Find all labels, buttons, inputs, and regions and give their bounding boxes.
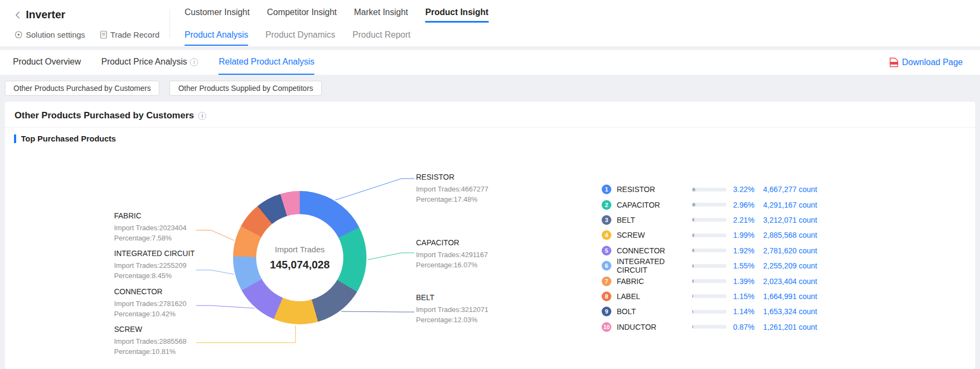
document-icon [100, 31, 107, 39]
trade-count: 2,885,568 count [763, 231, 838, 239]
donut-label-screw: SCREW Import Trades:2885568 Percentage:1… [114, 324, 186, 357]
share-percent: 2.21% [730, 216, 755, 224]
donut-center-label: Import Trades [275, 245, 325, 254]
trade-count: 1,261,201 count [763, 323, 838, 331]
donut-label-resistor: RESISTOR Import Trades:4667277 Percentag… [416, 172, 488, 204]
info-icon[interactable] [198, 112, 206, 120]
product-name: FABRIC [617, 277, 692, 286]
donut-label-connector: CONNECTOR Import Trades:2781620 Percenta… [114, 287, 186, 319]
ranking-row[interactable]: 5 CONNECTOR 1.92% 2,781,620 count [596, 243, 838, 258]
trade-count: 4,291,167 count [763, 201, 838, 209]
tab-product-insight[interactable]: Product Insight [425, 8, 488, 23]
solution-settings-link[interactable]: Solution settings [15, 30, 85, 39]
download-page-button[interactable]: Download Page [890, 50, 963, 75]
product-name: BELT [617, 216, 692, 224]
subtab-product-analysis[interactable]: Product Analysis [185, 30, 248, 46]
rank-badge: 1 [602, 184, 611, 194]
ranking-row[interactable]: 4 SCREW 1.99% 2,885,568 count [596, 228, 838, 243]
product-name: LABEL [617, 292, 692, 301]
product-name: CONNECTOR [617, 246, 692, 255]
donut-chart-area: Import Trades 145,074,028 RESISTOR Impor… [5, 151, 975, 369]
trade-record-link[interactable]: Trade Record [100, 30, 159, 39]
tab-competitor-insight[interactable]: Competitor Insight [267, 8, 337, 23]
donut-label-capacitor: CAPACITOR Import Trades:4291167 Percenta… [416, 238, 488, 270]
panel-title: Other Products Purchased by Customers [15, 110, 194, 121]
rank-badge: 2 [602, 200, 611, 210]
rank-badge: 4 [602, 230, 611, 240]
other-products-panel: Other Products Purchased by Customers To… [5, 102, 975, 369]
page-title: Inverter [26, 9, 65, 21]
trade-count: 2,023,404 count [763, 277, 838, 286]
ranking-row[interactable]: 7 FABRIC 1.39% 2,023,404 count [596, 273, 838, 288]
ranking-row[interactable]: 1 RESISTOR 3.22% 4,667,277 count [596, 182, 838, 197]
product-name: RESISTOR [617, 185, 692, 194]
tab-related-product-analysis[interactable]: Related Product Analysis [218, 50, 314, 75]
trade-count: 3,212,071 count [763, 216, 838, 224]
share-percent: 1.92% [730, 246, 755, 255]
insight-tabs: Customer Insight Competitor Insight Mark… [185, 8, 489, 23]
tab-customer-insight[interactable]: Customer Insight [185, 8, 250, 23]
product-insight-subtabs: Product Analysis Product Dynamics Produc… [185, 30, 411, 46]
share-percent: 1.99% [730, 231, 755, 239]
tab-market-insight[interactable]: Market Insight [354, 8, 408, 23]
trade-count: 2,255,209 count [763, 261, 838, 270]
toggle-purchased-by-customers[interactable]: Other Products Purchased by Customers [5, 81, 159, 96]
share-bar [692, 310, 727, 314]
trade-count: 1,664,991 count [763, 292, 838, 301]
product-name: INTEGRATED CIRCUIT [617, 257, 692, 274]
subtab-product-report[interactable]: Product Report [352, 30, 411, 46]
donut-label-fabric: FABRIC Import Trades:2023404 Percentage:… [114, 211, 186, 243]
toggle-supplied-by-competitors[interactable]: Other Products Supplied by Competitors [170, 81, 322, 96]
ranking-row[interactable]: 9 BOLT 1.14% 1,653,324 count [596, 304, 838, 319]
share-percent: 2.96% [730, 201, 755, 209]
subtab-product-dynamics[interactable]: Product Dynamics [265, 30, 335, 46]
share-bar [692, 264, 727, 268]
share-bar [692, 188, 727, 191]
pdf-icon [890, 58, 898, 67]
share-percent: 1.14% [730, 307, 755, 316]
ranking-row[interactable]: 6 INTEGRATED CIRCUIT 1.55% 2,255,209 cou… [596, 258, 838, 273]
panel-divider [5, 127, 975, 127]
trade-count: 1,653,324 count [763, 307, 838, 316]
tab-product-price-analysis[interactable]: Product Price Analysis [101, 50, 198, 75]
info-icon[interactable] [190, 58, 198, 66]
rank-badge: 6 [602, 261, 611, 271]
donut-label-belt: BELT Import Trades:3212071 Percentage:12… [416, 293, 488, 325]
rank-badge: 8 [602, 292, 611, 301]
share-bar [692, 294, 727, 298]
tab-product-overview[interactable]: Product Overview [13, 50, 81, 75]
share-percent: 1.55% [730, 261, 755, 270]
share-bar [692, 249, 727, 252]
related-product-toggles: Other Products Purchased by Customers Ot… [5, 81, 322, 96]
share-bar [692, 233, 727, 237]
header-divider [170, 9, 170, 38]
donut-label-integrated-circuit: INTEGRATED CIRCUIT Import Trades:2255209… [114, 249, 195, 281]
share-percent: 0.87% [730, 323, 755, 331]
top-products-ranking: 1 RESISTOR 3.22% 4,667,277 count 2 CAPAC… [596, 182, 838, 335]
section-title: Top Purchased Products [21, 134, 116, 143]
share-bar [692, 203, 727, 207]
product-name: CAPACITOR [617, 201, 692, 209]
rank-badge: 9 [602, 307, 611, 316]
trade-count: 4,667,277 count [763, 185, 838, 194]
product-name: SCREW [617, 231, 692, 239]
share-percent: 1.15% [730, 292, 755, 301]
trade-count: 2,781,620 count [763, 246, 838, 255]
donut-center: Import Trades 145,074,028 [256, 214, 343, 301]
donut-center-value: 145,074,028 [270, 259, 329, 271]
back-icon[interactable] [15, 11, 20, 19]
share-bar [692, 279, 727, 283]
settings-icon [15, 31, 23, 39]
rank-badge: 7 [602, 276, 611, 286]
rank-badge: 10 [602, 322, 611, 332]
top-header: Inverter Solution settings Trade Record … [0, 0, 980, 46]
product-name: INDUCTOR [617, 323, 692, 331]
share-bar [692, 218, 727, 222]
ranking-row[interactable]: 3 BELT 2.21% 3,212,071 count [596, 212, 838, 228]
ranking-row[interactable]: 2 CAPACITOR 2.96% 4,291,167 count [596, 197, 838, 212]
ranking-row[interactable]: 8 LABEL 1.15% 1,664,991 count [596, 289, 838, 304]
analysis-nav-bar: Product Overview Product Price Analysis … [0, 50, 980, 75]
section-accent-bar [14, 134, 16, 143]
rank-badge: 5 [602, 246, 611, 256]
ranking-row[interactable]: 10 INDUCTOR 0.87% 1,261,201 count [596, 320, 838, 335]
